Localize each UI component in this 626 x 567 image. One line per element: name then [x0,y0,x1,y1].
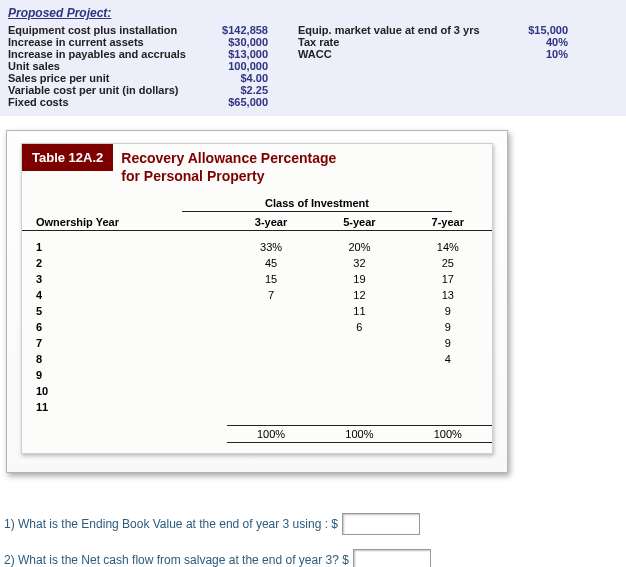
macrs-table-card: Table 12A.2 Recovery Allowance Percentag… [6,130,508,473]
totals-row: 100% 100% 100% [22,426,492,443]
questions-section: 1) What is the Ending Book Value at the … [4,513,622,567]
table-badge: Table 12A.2 [22,144,113,171]
proj-right-label: Equip. market value at end of 3 yrs [298,24,508,36]
question-2-text: 2) What is the Net cash flow from salvag… [4,553,349,567]
col-3yr: 3-year [227,214,315,231]
proj-right-val: $15,000 [508,24,568,36]
macrs-table: Ownership Year 3-year 5-year 7-year 133%… [22,214,492,443]
class-of-investment-label: Class of Investment [182,197,452,212]
col-7yr: 7-year [404,214,492,231]
col-5yr: 5-year [315,214,403,231]
proj-left-val: $142,858 [188,24,268,36]
question-1-text: 1) What is the Ending Book Value at the … [4,517,338,531]
answer-2-input[interactable] [353,549,431,567]
project-title: Proposed Project: [8,6,618,20]
table-title: Recovery Allowance Percentage for Person… [113,144,344,191]
total-5yr: 100% [315,426,403,443]
col-ownership: Ownership Year [22,214,227,231]
project-box: Proposed Project: Equipment cost plus in… [0,0,626,116]
total-7yr: 100% [404,426,492,443]
answer-1-input[interactable] [342,513,420,535]
proj-left-label: Equipment cost plus installation [8,24,188,36]
total-3yr: 100% [227,426,315,443]
